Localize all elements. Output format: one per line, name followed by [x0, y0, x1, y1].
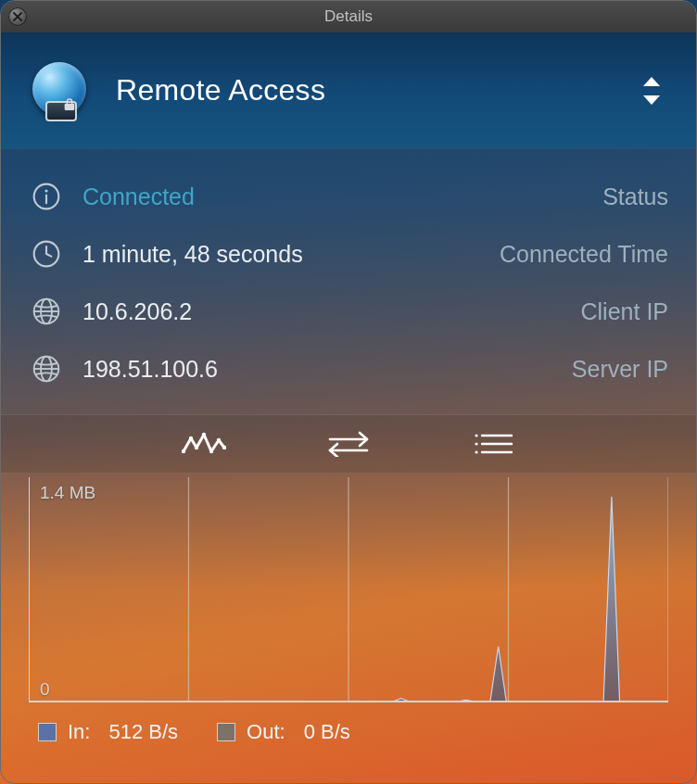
tab-activity[interactable] [178, 424, 230, 464]
app-icon [32, 62, 90, 120]
chart-svg [29, 474, 668, 705]
row-server-ip: 198.51.100.6 Server IP [29, 340, 668, 398]
client-ip-label: Client IP [581, 298, 668, 325]
traffic-chart: 1.4 MB 0 [29, 474, 668, 705]
svg-point-15 [189, 436, 193, 440]
legend-in-label: In: [68, 720, 90, 744]
svg-point-19 [217, 438, 221, 442]
chevron-down-icon [643, 95, 660, 105]
tab-list[interactable] [467, 424, 519, 464]
time-label: Connected Time [500, 241, 668, 268]
info-icon [29, 179, 64, 214]
svg-marker-3 [643, 95, 660, 105]
client-ip-value: 10.6.206.2 [82, 298, 581, 325]
server-ip-value: 198.51.100.6 [82, 356, 572, 383]
svg-point-17 [202, 433, 206, 436]
transfer-arrows-icon [326, 431, 371, 457]
y-min-label: 0 [40, 679, 50, 700]
svg-marker-2 [643, 77, 660, 86]
chevron-up-icon [643, 77, 660, 86]
svg-point-20 [222, 446, 226, 449]
legend-out: Out: 0 B/s [217, 720, 350, 744]
close-icon [12, 11, 23, 22]
clock-icon [29, 236, 64, 272]
globe-outline-icon [29, 294, 64, 329]
svg-point-16 [195, 446, 198, 449]
globe-outline-icon [29, 351, 64, 386]
legend-out-label: Out: [247, 720, 285, 744]
app-title: Remote Access [116, 73, 325, 107]
window-close-button[interactable] [8, 7, 27, 26]
svg-point-27 [475, 450, 477, 453]
window-title: Details [324, 7, 373, 26]
header-banner: Remote Access [1, 32, 696, 149]
list-icon [471, 431, 515, 457]
row-connected-time: 1 minute, 48 seconds Connected Time [29, 225, 668, 283]
svg-point-18 [209, 449, 213, 453]
server-ip-label: Server IP [572, 356, 668, 383]
status-label: Status [602, 183, 668, 210]
tab-strip [1, 414, 696, 474]
time-value: 1 minute, 48 seconds [82, 241, 500, 268]
legend-in-swatch [38, 723, 57, 741]
row-client-ip: 10.6.206.2 Client IP [29, 283, 668, 340]
service-stepper[interactable] [640, 72, 663, 109]
info-grid: Connected Status 1 minute, 48 seconds Co… [1, 149, 696, 414]
titlebar: Details [1, 1, 696, 32]
legend-in: In: 512 B/s [38, 720, 178, 744]
legend-out-value: 0 B/s [304, 720, 350, 744]
svg-point-23 [475, 434, 477, 436]
activity-icon [182, 431, 226, 457]
legend-out-swatch [217, 723, 235, 741]
lock-icon [62, 97, 77, 112]
svg-point-5 [44, 189, 47, 192]
row-status: Connected Status [29, 168, 668, 225]
legend: In: 512 B/s Out: 0 B/s [1, 705, 696, 763]
y-max-label: 1.4 MB [40, 483, 95, 503]
svg-point-25 [475, 442, 477, 445]
status-value: Connected [82, 183, 602, 210]
tab-transfer[interactable] [323, 424, 374, 464]
svg-point-14 [182, 449, 185, 453]
legend-in-value: 512 B/s [108, 720, 178, 744]
